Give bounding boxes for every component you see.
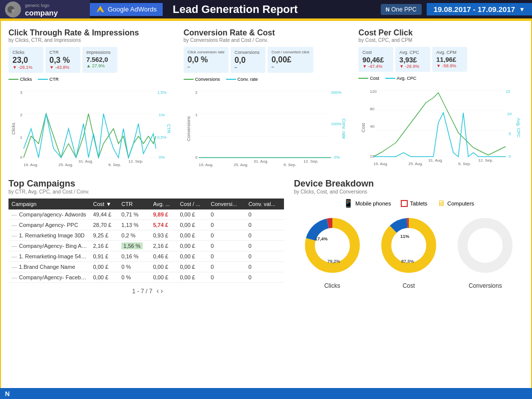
cpc-chart: Cost Avg. CPC 120 80 40 19 15 10 5 0 (358, 83, 524, 173)
col-ctr: CTR (118, 199, 150, 209)
legend-clicks-dot (8, 79, 18, 80)
cell-cost-conv: 0,00 £ (177, 241, 208, 251)
cell-conversions: 0 (208, 220, 245, 230)
pagination-next[interactable]: › (161, 287, 163, 295)
campaigns-title: Top Campaigns (8, 179, 284, 189)
footer-logo: N (5, 390, 9, 398)
svg-text:0: 0 (195, 155, 198, 160)
metric-conv-rate-label: Click conversion rate (188, 50, 225, 54)
svg-text:0%: 0% (159, 155, 165, 160)
cell-cost: 9,25 £ (90, 230, 118, 241)
svg-text:120: 120 (370, 89, 377, 94)
conversion-section: Conversion Rate & Cost by Conversions Ra… (184, 28, 349, 174)
date-range[interactable]: 19.08.2017 - 17.09.2017 ▼ (427, 3, 532, 15)
metric-avg-cpc-change: ▼ -26.9% (399, 64, 426, 69)
cpc-metrics-row: Cost 90,46£ ▼ -47.4% Avg. CPC 3,93£ ▼ -2… (358, 47, 524, 72)
conversion-chart-legend: Conversions Conv. rate (184, 77, 349, 82)
cell-cost: 0,00 £ (90, 272, 118, 283)
cell-ctr: 0,2 % (118, 230, 150, 241)
legend-computers: 🖥 Computers (437, 199, 474, 208)
bottom-row: Top Campaigns by CTR, Avg. CPC, and Cost… (8, 179, 524, 295)
metric-ctr: CTR 0,3 % ▼ -43.8% (45, 47, 80, 73)
cell-cost-conv: 0,00 £ (177, 251, 208, 262)
legend-avg-cpc-label: Avg. CPC (397, 76, 416, 81)
svg-text:10: 10 (508, 112, 512, 116)
metric-clicks-change: ▼ -28.1% (12, 65, 39, 70)
svg-text:Cost: Cost (361, 123, 366, 132)
legend-clicks-label: Clicks (20, 77, 32, 82)
logo-company: company (25, 8, 58, 17)
metric-avg-cpc-label: Avg. CPC (399, 50, 426, 55)
cell-campaign: —Company/ Agency- PPC (8, 220, 90, 230)
cell-conv-val: 0 (246, 272, 284, 283)
svg-text:CTR: CTR (166, 124, 171, 134)
metric-conv-rate-value: 0,0 % (188, 55, 225, 64)
metric-cost-conv-value: 0,00£ (271, 55, 309, 64)
legend-conversions-label: Conversions (195, 77, 220, 82)
svg-text:19. Aug.: 19. Aug. (374, 162, 388, 166)
legend-conv-rate: Conv. rate (226, 77, 258, 82)
col-campaign: Campaign (8, 199, 90, 209)
table-row: —Company/agency- Adwords 49,44 £ 0,71 % … (8, 209, 284, 220)
conversions-label: Conversions (453, 282, 518, 289)
cell-ctr: 0,71 % (118, 209, 150, 220)
logo-sub: generic logo (25, 3, 49, 8)
metric-avg-cpm-value: 11,96£ (436, 56, 463, 63)
legend-clicks: Clicks (8, 77, 32, 82)
legend-ctr-dot (38, 79, 48, 80)
adwords-label: Google AdWords (108, 5, 157, 13)
table-row: —1. Remarketing Image 30D 9,25 £ 0,2 % 0… (8, 230, 284, 241)
svg-text:2: 2 (195, 90, 198, 95)
cell-conv-val: 0 (246, 262, 284, 272)
legend-mobile: 📱 Mobile phones (343, 199, 391, 208)
tablet-label: Tablets (410, 200, 427, 206)
cell-conv-val: 0 (246, 209, 284, 220)
svg-text:31. Aug.: 31. Aug. (429, 158, 443, 163)
cell-avg: 0,00 £ (150, 272, 177, 283)
cell-conversions: 0 (208, 251, 245, 262)
svg-text:Clicks: Clicks (11, 123, 16, 135)
svg-text:Conv. rate: Conv. rate (341, 119, 346, 139)
cell-ctr: 0 % (118, 272, 150, 283)
metric-avg-cpm-label: Avg. CPM (436, 50, 463, 55)
metric-conv-rate: Click conversion rate 0,0 % – (184, 47, 229, 73)
col-cost[interactable]: Cost ▼ (90, 199, 118, 209)
click-section-title: Click Through Rate & Impressions (8, 28, 174, 37)
device-breakdown-section: Device Breakdown by Clicks, Cost, and Co… (294, 179, 524, 295)
svg-point-73 (470, 230, 500, 260)
col-cost-conv: Cost / ... (177, 199, 208, 209)
legend-cost-label: Cost (370, 76, 379, 81)
cpc-section-sub: by Cost, CPC, and CPM (358, 37, 524, 43)
legend-avg-cpc: Avg. CPC (385, 76, 416, 81)
cost-donut: 11% 87,5% (376, 213, 441, 278)
svg-text:15: 15 (506, 89, 511, 94)
svg-text:1: 1 (195, 113, 198, 117)
cell-conv-val: 0 (246, 241, 284, 251)
svg-text:12. Sep.: 12. Sep. (303, 159, 318, 164)
svg-text:1,5%: 1,5% (157, 90, 166, 95)
metric-cost-conv-label: Cost / converted click (271, 50, 309, 54)
svg-text:25. Aug.: 25. Aug. (234, 163, 248, 167)
cell-campaign: —1. Remarketing-Image 540 D... (8, 251, 90, 262)
pagination-prev[interactable]: ‹ (157, 287, 159, 295)
svg-point-63 (317, 230, 347, 260)
table-row: —Company/Agency- Facebook... 0,00 £ 0 % … (8, 272, 284, 283)
metric-ctr-change: ▼ -43.8% (49, 65, 76, 70)
cell-campaign: —1. Remarketing Image 30D (8, 230, 90, 241)
svg-text:gl: gl (11, 8, 14, 12)
campaigns-table: Campaign Cost ▼ CTR Avg. ... Cost / ... … (8, 199, 284, 283)
metric-clicks-label: Clicks (12, 50, 39, 55)
svg-text:0%: 0% (334, 155, 340, 160)
cell-campaign: —Company/agency- Adwords (8, 209, 90, 220)
svg-text:11%: 11% (400, 234, 409, 239)
svg-text:25. Aug.: 25. Aug. (409, 162, 423, 166)
metric-avg-cpm: Avg. CPM 11,96£ ▼ -58.9% (432, 47, 467, 72)
legend-tablets: Tablets (401, 200, 427, 207)
device-title: Device Breakdown (294, 179, 524, 189)
metric-cost: Cost 90,46£ ▼ -47.4% (358, 47, 393, 72)
svg-text:19. Aug.: 19. Aug. (23, 163, 38, 167)
date-range-value: 19.08.2017 - 17.09.2017 (434, 5, 515, 13)
metric-cost-conv: Cost / converted click 0,00£ – (267, 47, 313, 73)
click-chart: Clicks CTR 3 2 1 0 1,5% 1% 0,5% 0% (8, 84, 174, 174)
metric-impressions-label: Impressions (86, 50, 113, 55)
